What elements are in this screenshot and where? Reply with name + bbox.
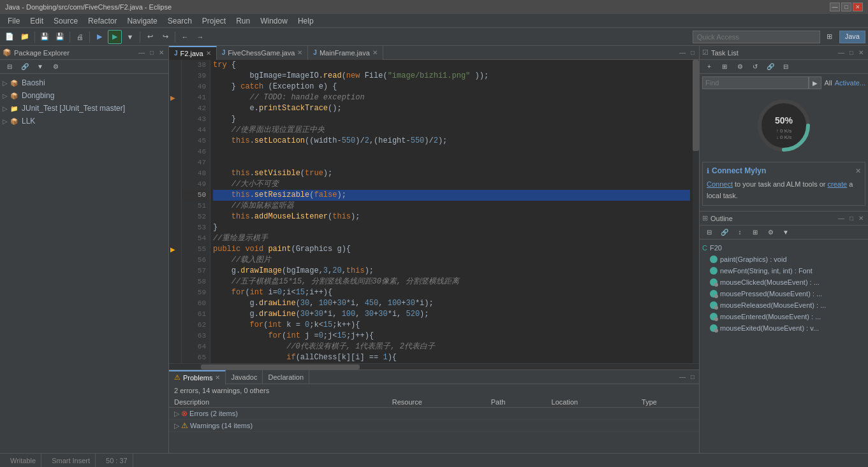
print-button[interactable]: 🖨: [73, 30, 87, 44]
outline-item-paint[interactable]: paint(Graphics) : void: [700, 254, 868, 265]
menu-edit[interactable]: Edit: [25, 15, 48, 27]
pkg-item-baoshi[interactable]: ▷ 📦 Baoshi: [0, 76, 168, 89]
close-button[interactable]: ✕: [853, 3, 863, 11]
nav-fwd-button[interactable]: →: [193, 30, 207, 44]
menu-refactor[interactable]: Refactor: [83, 15, 122, 27]
minimize-panel-button[interactable]: —: [136, 48, 147, 57]
menu-help[interactable]: Help: [293, 15, 319, 27]
editor-vertical-scrollbar[interactable]: [693, 60, 699, 363]
nav-back-button[interactable]: ←: [178, 30, 192, 44]
tab-javadoc[interactable]: Javadoc: [226, 370, 263, 384]
outline-item-class[interactable]: C F20: [700, 242, 868, 254]
bottom-minimize-button[interactable]: —: [677, 373, 688, 381]
task-find-button[interactable]: ▶: [809, 76, 821, 89]
task-activate-button[interactable]: Activate...: [835, 79, 865, 87]
outline-item-newfont[interactable]: newFont(String, int, int) : Font: [700, 265, 868, 277]
java-perspective-button[interactable]: Java: [839, 31, 865, 43]
col-type: Type: [636, 397, 699, 408]
outline-collapse-button[interactable]: ⊟: [702, 226, 716, 240]
outline-maximize-button[interactable]: □: [848, 214, 855, 222]
menu-run[interactable]: Run: [231, 15, 255, 27]
pkg-item-dongbing[interactable]: ▷ 📦 Dongbing: [0, 89, 168, 102]
save-button[interactable]: 💾: [38, 30, 52, 44]
task-minimize-button[interactable]: —: [836, 48, 846, 57]
outline-close-button[interactable]: ✕: [857, 214, 865, 222]
pkg-item-junit[interactable]: ▷ 📁 JUnit_Test [JUnit_Test master]: [0, 102, 168, 115]
expand-arrow-llk[interactable]: ▷: [3, 118, 8, 125]
tab-close-mainframe[interactable]: ✕: [372, 49, 378, 56]
tab-problems[interactable]: ⚠ Problems ✕: [169, 370, 226, 384]
expand-warnings-button[interactable]: ▷: [174, 422, 179, 429]
outline-item-mousepressed[interactable]: mousePressed(MouseEvent) : ...: [700, 288, 868, 299]
outline-filter-button[interactable]: ⊞: [748, 226, 762, 240]
menu-navigate[interactable]: Navigate: [122, 15, 162, 27]
outline-link-button[interactable]: 🔗: [717, 226, 732, 240]
pkg-item-llk[interactable]: ▷ 📦 LLK: [0, 115, 168, 127]
menu-search[interactable]: Search: [163, 15, 197, 27]
task-close-button[interactable]: ✕: [857, 48, 865, 57]
perspectives-button[interactable]: ⊞: [823, 30, 837, 44]
create-link[interactable]: create: [828, 180, 848, 188]
task-sync-button[interactable]: ↺: [748, 60, 762, 74]
debug-button[interactable]: ▶: [92, 30, 107, 44]
pkg-settings-button[interactable]: ⚙: [48, 60, 63, 74]
editor-horizontal-scrollbar[interactable]: [169, 363, 699, 370]
menu-source[interactable]: Source: [48, 15, 83, 27]
problems-row-warnings[interactable]: ▷ ⚠ Warnings (14 items): [169, 420, 699, 432]
save-all-button[interactable]: 💾: [53, 30, 67, 44]
link-editor-button[interactable]: 🔗: [18, 60, 32, 74]
close-panel-button[interactable]: ✕: [157, 48, 166, 57]
open-button[interactable]: 📁: [18, 30, 32, 44]
task-link-button[interactable]: 🔗: [763, 60, 777, 74]
tab-mainframe[interactable]: J MainFrame.java ✕: [308, 46, 383, 60]
task-maximize-button[interactable]: □: [848, 48, 855, 57]
problems-row-errors[interactable]: ▷ ⊗ Errors (2 items): [169, 408, 699, 420]
outline-item-mouseclicked[interactable]: mouseClicked(MouseEvent) : ...: [700, 277, 868, 288]
expand-arrow-junit[interactable]: ▷: [3, 105, 8, 112]
new-button[interactable]: 📄: [3, 30, 17, 44]
minimize-button[interactable]: —: [830, 3, 840, 11]
expand-arrow-dongbing[interactable]: ▷: [3, 92, 8, 99]
connect-link[interactable]: Connect: [707, 180, 733, 188]
task-filter-button[interactable]: ⊞: [717, 60, 732, 74]
redo-button[interactable]: ↪: [158, 30, 172, 44]
tab-close-fivechess[interactable]: ✕: [297, 49, 302, 56]
scrollbar-thumb[interactable]: [693, 60, 699, 151]
menu-window[interactable]: Window: [255, 15, 293, 27]
run-button[interactable]: ▶: [108, 30, 122, 44]
task-find-input[interactable]: [702, 76, 809, 89]
outline-minimize-button[interactable]: —: [836, 214, 846, 222]
editor-maximize-button[interactable]: □: [689, 48, 696, 57]
h-scrollbar-thumb[interactable]: [201, 364, 360, 370]
editor-minimize-button[interactable]: —: [677, 48, 688, 57]
menu-file[interactable]: File: [3, 15, 25, 27]
outline-item-mouseentered[interactable]: mouseEntered(MouseEvent) : ...: [700, 311, 868, 322]
outline-view-menu-button[interactable]: ▼: [779, 226, 793, 240]
outline-item-mouseexited[interactable]: mouseExited(MouseEvent) : v...: [700, 322, 868, 334]
maximize-button[interactable]: □: [841, 3, 851, 11]
bottom-maximize-button[interactable]: □: [689, 373, 696, 381]
outline-settings-button[interactable]: ⚙: [763, 226, 777, 240]
task-all-filter[interactable]: All: [824, 79, 832, 87]
tab-close-problems[interactable]: ✕: [215, 374, 220, 381]
tab-declaration[interactable]: Declaration: [263, 370, 309, 384]
maximize-panel-button[interactable]: □: [148, 48, 156, 57]
code-content[interactable]: try { bgImage=ImageIO.read(new File("ima…: [210, 60, 693, 363]
pkg-view-menu-button[interactable]: ▼: [33, 60, 47, 74]
outline-sort-button[interactable]: ↕: [733, 226, 747, 240]
task-settings-button[interactable]: ⚙: [733, 60, 747, 74]
run-config-button[interactable]: ▼: [123, 30, 137, 44]
tab-close-f2java[interactable]: ✕: [206, 50, 211, 57]
tab-fivechessgame[interactable]: J FiveChessGame.java ✕: [217, 46, 309, 60]
tab-f2java[interactable]: J F2.java ✕: [169, 46, 217, 60]
expand-arrow-baoshi[interactable]: ▷: [3, 80, 8, 87]
close-mylyn-button[interactable]: ✕: [855, 167, 861, 175]
expand-errors-button[interactable]: ▷: [174, 410, 179, 417]
undo-button[interactable]: ↩: [143, 30, 157, 44]
quick-access-input[interactable]: [693, 31, 820, 43]
collapse-all-button[interactable]: ⊟: [3, 60, 17, 74]
task-add-button[interactable]: +: [702, 60, 716, 74]
menu-project[interactable]: Project: [197, 15, 231, 27]
outline-item-mousereleased[interactable]: mouseReleased(MouseEvent) : ...: [700, 299, 868, 311]
task-collapse-button[interactable]: ⊟: [779, 60, 793, 74]
